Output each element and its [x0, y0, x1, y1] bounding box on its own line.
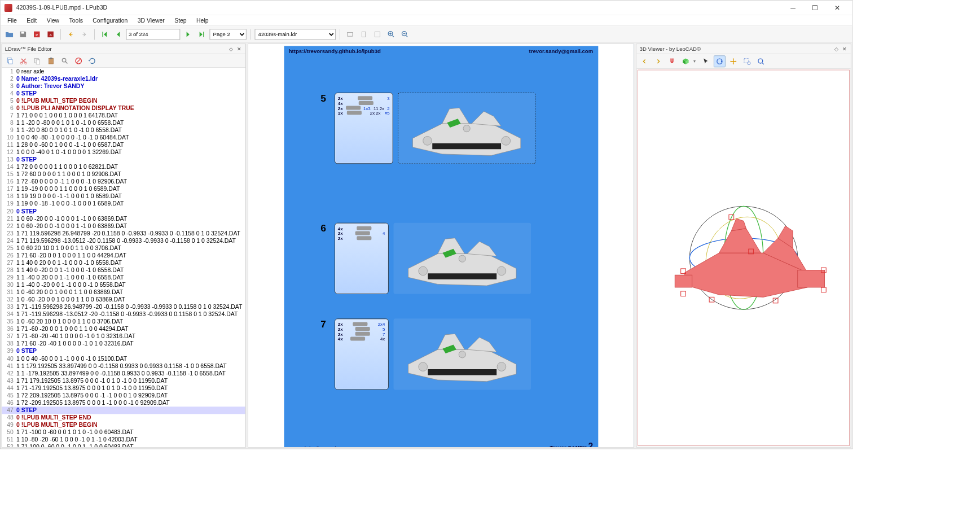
- code-line[interactable]: 501 71 -100 0 -60 0 0 1 0 1 0 -1 0 0 604…: [2, 429, 245, 436]
- zoom-in-icon[interactable]: [385, 28, 397, 40]
- page-canvas[interactable]: https://trevorsandy.github.io/lpub3d tre…: [248, 44, 634, 447]
- undo-icon[interactable]: [65, 28, 77, 40]
- maximize-button[interactable]: ☐: [804, 0, 826, 15]
- viewer-redo-icon[interactable]: [652, 55, 664, 67]
- save-icon[interactable]: [17, 28, 29, 40]
- code-line[interactable]: 181 19 19 0 0 0 0 -1 -1 0 0 0 1 0 6589.D…: [2, 193, 245, 200]
- menu-step[interactable]: Step: [169, 16, 191, 25]
- code-line[interactable]: 411 1 179.192505 33.897499 0 0 -0.1158 0…: [2, 362, 245, 370]
- code-line[interactable]: 470 STEP: [2, 406, 245, 414]
- actual-size-icon[interactable]: [372, 28, 384, 40]
- code-line[interactable]: 511 10 -80 -20 -60 1 0 0 0 -1 0 1 -1 0 4…: [2, 436, 245, 444]
- fit-width-icon[interactable]: [344, 28, 356, 40]
- menu-file[interactable]: File: [2, 16, 21, 25]
- code-editor[interactable]: 10 rear axle20 Name: 42039s-rearaxle1.ld…: [2, 68, 245, 447]
- code-line[interactable]: 321 0 -60 -20 0 0 1 0 0 0 1 1 0 0 63869.…: [2, 296, 245, 304]
- code-line[interactable]: 480 !LPUB MULTI_STEP END: [2, 414, 245, 421]
- next-page-icon[interactable]: [182, 28, 194, 40]
- copy2-icon[interactable]: [32, 55, 43, 67]
- code-line[interactable]: 30 Author: Trevor SANDY: [2, 82, 245, 90]
- code-line[interactable]: 341 71 -119.596298 -13.0512 -20 -0.1158 …: [2, 311, 245, 318]
- find-icon[interactable]: [59, 55, 71, 67]
- code-line[interactable]: 50 !LPUB MULTI_STEP BEGIN: [2, 97, 245, 104]
- code-line[interactable]: 71 71 0 0 0 1 0 0 0 1 0 0 0 1 64178.DAT: [2, 112, 245, 119]
- menu-configuration[interactable]: Configuration: [88, 16, 133, 25]
- page-select[interactable]: Page 2: [209, 29, 246, 40]
- code-line[interactable]: 191 19 0 0 -18 -1 0 0 0 -1 0 0 0 1 6589.…: [2, 200, 245, 208]
- code-line[interactable]: 451 72 209.192505 13.8975 0 0 0 -1 -1 0 …: [2, 392, 245, 399]
- minimize-button[interactable]: ─: [782, 0, 804, 15]
- code-line[interactable]: 121 0 0 0 -40 0 1 0 -1 0 0 0 0 1 32269.D…: [2, 149, 245, 156]
- viewer-close-icon[interactable]: ✕: [841, 45, 847, 52]
- code-line[interactable]: 441 71 -179.192505 13.8975 0 0 0 1 0 1 0…: [2, 384, 245, 392]
- print-pdf-icon[interactable]: P: [31, 28, 43, 40]
- code-line[interactable]: 231 71 119.596298 26.948799 -20 0.1158 0…: [2, 230, 245, 237]
- close-button[interactable]: ✕: [826, 0, 848, 15]
- viewer-float-icon[interactable]: ◇: [833, 45, 840, 52]
- zoom-region-icon[interactable]: [741, 55, 753, 67]
- page-counter-input[interactable]: [126, 29, 181, 40]
- code-line[interactable]: 130 STEP: [2, 156, 245, 164]
- select-icon[interactable]: [700, 55, 712, 67]
- fit-page-icon[interactable]: [358, 28, 370, 40]
- export-pdf-icon[interactable]: A: [45, 28, 56, 40]
- add-piece-icon[interactable]: [680, 55, 692, 67]
- code-line[interactable]: 101 0 0 40 -80 -1 0 0 0 0 -1 0 -1 0 6048…: [2, 134, 245, 142]
- paste-icon[interactable]: [45, 55, 57, 67]
- code-line[interactable]: 10 rear axle: [2, 68, 245, 75]
- delete-icon[interactable]: [73, 55, 85, 67]
- code-line[interactable]: 351 0 -60 20 10 0 1 0 0 0 1 1 0 0 3706.D…: [2, 318, 245, 326]
- code-line[interactable]: 60 !LPUB PLI ANNOTATION DISPLAY TRUE: [2, 104, 245, 112]
- refresh-icon[interactable]: [86, 55, 98, 67]
- rotate-view-icon[interactable]: [714, 55, 726, 67]
- code-line[interactable]: 371 71 -60 -20 -40 1 0 0 0 0 -1 0 1 0 32…: [2, 333, 245, 340]
- copy-icon[interactable]: [4, 55, 16, 67]
- code-line[interactable]: 261 71 60 -20 0 0 1 0 0 0 1 1 0 0 44294.…: [2, 252, 245, 259]
- zoom-extents-icon[interactable]: [755, 55, 767, 67]
- last-page-icon[interactable]: [196, 28, 208, 40]
- code-line[interactable]: 241 71 119.596298 -13.0512 -20 0.1158 0 …: [2, 237, 245, 244]
- redo-icon[interactable]: [78, 28, 90, 40]
- code-line[interactable]: 200 STEP: [2, 208, 245, 215]
- code-line[interactable]: 271 1 40 0 20 0 0 1 -1 0 0 0 -1 0 6558.D…: [2, 259, 245, 266]
- code-line[interactable]: 461 72 -209.192505 13.8975 0 0 0 1 -1 0 …: [2, 399, 245, 406]
- code-line[interactable]: 301 1 -40 0 -20 0 0 1 -1 0 0 0 -1 0 6558…: [2, 282, 245, 289]
- panel-float-icon[interactable]: ◇: [228, 45, 235, 52]
- code-line[interactable]: 401 0 0 40 -60 0 0 1 -1 0 0 0 -1 0 15100…: [2, 355, 245, 362]
- code-line[interactable]: 161 72 -60 0 0 0 0 -1 1 0 0 0 -1 0 92906…: [2, 178, 245, 186]
- menu-tools[interactable]: Tools: [64, 16, 88, 25]
- code-line[interactable]: 431 71 179.192505 13.8975 0 0 0 -1 0 1 0…: [2, 377, 245, 384]
- open-icon[interactable]: [3, 28, 15, 40]
- snap-icon[interactable]: [666, 55, 678, 67]
- code-line[interactable]: 251 0 60 20 10 0 1 0 0 0 1 1 0 0 3706.DA…: [2, 244, 245, 252]
- menu-help[interactable]: Help: [191, 16, 213, 25]
- code-line[interactable]: 521 71 100 0 -60 0 0 -1 0 0 1 -1 0 0 604…: [2, 444, 245, 447]
- code-line[interactable]: 291 1 -40 0 20 0 0 1 -1 0 0 0 -1 0 6558.…: [2, 274, 245, 281]
- code-line[interactable]: 361 71 -60 -20 0 0 1 0 0 0 1 1 0 0 44294…: [2, 326, 245, 333]
- code-line[interactable]: 381 71 60 -20 -40 1 0 0 0 0 -1 0 1 0 323…: [2, 340, 245, 348]
- code-line[interactable]: 20 Name: 42039s-rearaxle1.ldr: [2, 75, 245, 82]
- menu-edit[interactable]: Edit: [22, 16, 42, 25]
- code-line[interactable]: 490 !LPUB MULTI_STEP BEGIN: [2, 421, 245, 428]
- code-line[interactable]: 81 1 -20 0 -80 0 0 1 0 1 0 -1 0 0 6558.D…: [2, 119, 245, 126]
- code-line[interactable]: 421 1 -179.192505 33.897499 0 0 -0.1158 …: [2, 370, 245, 377]
- 3d-viewport[interactable]: [638, 70, 850, 446]
- code-line[interactable]: 221 0 60 -20 0 0 -1 0 0 0 1 -1 0 0 63869…: [2, 222, 245, 230]
- panel-close-icon[interactable]: ✕: [236, 45, 243, 52]
- zoom-out-icon[interactable]: [399, 28, 411, 40]
- menu-view[interactable]: View: [42, 16, 64, 25]
- submodel-select[interactable]: 42039s-main.ldr: [255, 29, 336, 40]
- code-line[interactable]: 390 STEP: [2, 348, 245, 355]
- viewer-undo-icon[interactable]: [639, 55, 651, 67]
- code-line[interactable]: 111 28 0 0 -60 0 1 0 0 0 -1 -1 0 0 6587.…: [2, 142, 245, 149]
- code-line[interactable]: 171 19 -19 0 0 0 0 1 1 0 0 0 1 0 6589.DA…: [2, 186, 245, 193]
- code-line[interactable]: 331 71 -119.596298 26.948799 -20 -0.1158…: [2, 304, 245, 311]
- code-line[interactable]: 40 STEP: [2, 90, 245, 97]
- code-line[interactable]: 211 0 60 -20 0 0 -1 0 0 0 1 -1 0 0 63869…: [2, 215, 245, 222]
- prev-page-icon[interactable]: [112, 28, 124, 40]
- code-line[interactable]: 151 72 60 0 0 0 0 1 1 0 0 0 1 0 92906.DA…: [2, 171, 245, 178]
- code-line[interactable]: 91 1 -20 0 80 0 0 1 0 1 0 -1 0 0 6558.DA…: [2, 126, 245, 134]
- code-line[interactable]: 311 0 -60 20 0 0 1 0 0 0 1 1 0 0 63869.D…: [2, 289, 245, 296]
- pan-icon[interactable]: [727, 55, 739, 67]
- code-line[interactable]: 141 72 0 0 0 0 0 1 1 0 0 0 1 0 62821.DAT: [2, 164, 245, 171]
